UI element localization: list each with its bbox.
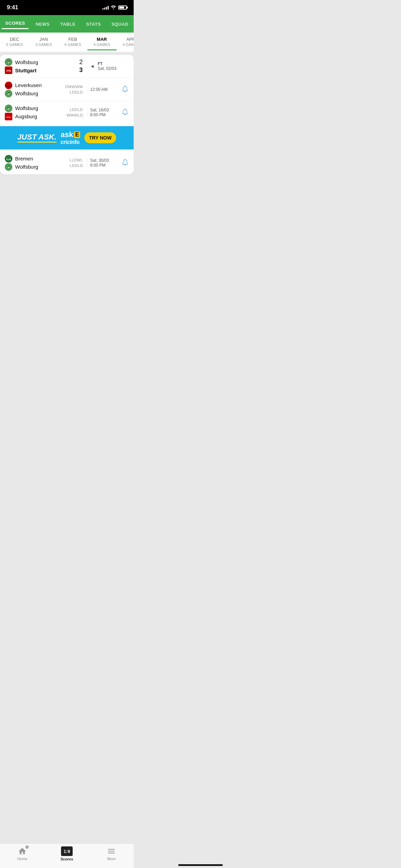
ad-banner[interactable]: JUST ASK. ask E cricinfo TRY NOW: [0, 126, 134, 149]
top-nav: SCORES NEWS TABLE STATS SQUAD: [0, 15, 134, 33]
wolfsburg-name: Wolfsburg: [15, 59, 38, 65]
svg-text:BAY: BAY: [7, 85, 10, 87]
stuttgart-score: 3: [79, 66, 83, 74]
match-row-wolfsburg-stuttgart[interactable]: W Wolfsburg VFB Stuttgart 2 3 ◄ FT: [0, 55, 134, 78]
wolfsburg-score: 2: [79, 58, 83, 66]
match-row-bremen-wolfsburg[interactable]: SVW Bremen W Wolfsburg LLDWL LDDLD Sat,: [0, 152, 134, 174]
svg-text:FCA: FCA: [7, 116, 11, 118]
svg-text:W: W: [8, 93, 10, 95]
match-time-2: 12:00 AM: [90, 87, 108, 92]
nav-stats[interactable]: STATS: [83, 20, 104, 28]
status-icons: [102, 5, 127, 10]
wolfsburg-form-3: LDDLD: [70, 108, 83, 112]
teams-section-2: BAY Leverkusen W Wolfsburg: [5, 82, 65, 97]
month-tab-mar[interactable]: MAR 4 GAMES: [87, 35, 117, 50]
wolfsburg-logo-4: W: [5, 163, 12, 171]
match-row-leverkusen-wolfsburg[interactable]: BAY Leverkusen W Wolfsburg DWWWW LDDLD 1: [0, 78, 134, 101]
nav-table[interactable]: TABLE: [57, 20, 79, 28]
team-line-leverkusen: BAY Leverkusen: [5, 82, 65, 89]
matches-card: W Wolfsburg VFB Stuttgart 2 3 ◄ FT: [0, 55, 134, 174]
team-line-bremen: SVW Bremen: [5, 155, 70, 162]
team-line-wolfsburg: W Wolfsburg: [5, 58, 77, 66]
month-tab-dec[interactable]: DEC 5 GAMES: [0, 35, 29, 50]
leverkusen-form: DWWWW: [65, 85, 83, 89]
bell-icon-match4[interactable]: [121, 158, 129, 167]
teams-section-4: SVW Bremen W Wolfsburg: [5, 155, 70, 171]
wolfsburg-name-4: Wolfsburg: [15, 164, 38, 170]
augsburg-logo: FCA: [5, 113, 12, 120]
match-time-4: 8:00 PM: [90, 163, 106, 168]
wolfsburg-logo: W: [5, 58, 12, 66]
svg-text:VFB: VFB: [6, 70, 11, 72]
svg-text:W: W: [8, 107, 10, 110]
nav-scores[interactable]: SCORES: [2, 19, 28, 29]
teams-section: W Wolfsburg VFB Stuttgart: [5, 58, 77, 74]
svg-text:W: W: [8, 166, 10, 168]
team-line-stuttgart: VFB Stuttgart: [5, 67, 77, 74]
augsburg-form: WWWLD: [66, 113, 83, 117]
stuttgart-name: Stuttgart: [15, 68, 37, 73]
svg-text:W: W: [8, 61, 10, 64]
battery-icon: [118, 5, 127, 10]
empty-area: [0, 174, 134, 346]
ad-just-ask-text: JUST ASK.: [17, 133, 57, 143]
match-info-match1: FT Sat, 02/03: [95, 61, 129, 71]
wolfsburg-logo-2: W: [5, 90, 12, 97]
bell-icon-match2[interactable]: [121, 85, 129, 94]
bremen-name: Bremen: [15, 156, 33, 161]
score-section-match1: 2 3: [77, 58, 85, 74]
month-tab-apr[interactable]: APR 4 GAMES: [117, 35, 134, 50]
match-date: Sat, 02/03: [98, 66, 117, 71]
month-tab-feb[interactable]: FEB 4 GAMES: [58, 35, 87, 50]
match-date-4: Sat, 30/03: [90, 158, 109, 163]
form-section-match2: DWWWW LDDLD: [65, 85, 83, 94]
form-section-match4: LLDWL LDDLD: [70, 158, 83, 168]
nav-news[interactable]: NEWS: [32, 20, 53, 28]
match-time-3: 8:00 PM: [90, 112, 106, 117]
match-row-wolfsburg-augsburg[interactable]: W Wolfsburg FCA Augsburg LDDLD WWWLD Sat: [0, 101, 134, 124]
team-line-wolfsburg-3: W Wolfsburg: [5, 105, 66, 112]
leverkusen-logo: BAY: [5, 82, 12, 89]
bell-icon-match3[interactable]: [121, 108, 129, 117]
wolfsburg-name-3: Wolfsburg: [15, 105, 38, 111]
wifi-icon: [111, 5, 116, 10]
stuttgart-logo: VFB: [5, 67, 12, 74]
match-info-match2: 12:00 AM: [87, 87, 121, 92]
wolfsburg-form-4: LDDLD: [70, 164, 83, 168]
teams-section-3: W Wolfsburg FCA Augsburg: [5, 105, 66, 120]
signal-icon: [102, 5, 109, 10]
status-bar: 9:41: [0, 0, 134, 15]
wolfsburg-name-2: Wolfsburg: [15, 91, 38, 96]
ad-cricinfo-text: cricinfo: [61, 139, 80, 145]
month-tab-jan[interactable]: JAN 3 GAMES: [29, 35, 58, 50]
form-section-match3: LDDLD WWWLD: [66, 108, 83, 117]
leverkusen-name: Leverkusen: [15, 82, 42, 88]
ad-ask-text: ask: [61, 130, 73, 139]
svg-text:SVW: SVW: [6, 158, 11, 160]
ad-try-now-button[interactable]: TRY NOW: [84, 132, 116, 143]
team-line-augsburg: FCA Augsburg: [5, 113, 66, 120]
bremen-form: LLDWL: [70, 158, 83, 162]
match-status: FT: [98, 61, 103, 66]
team-line-wolfsburg-4: W Wolfsburg: [5, 163, 70, 171]
status-time: 9:41: [7, 4, 18, 11]
ad-e-text: E: [74, 131, 80, 138]
arrow-icon: ◄: [90, 63, 95, 69]
nav-squad[interactable]: SQUAD: [108, 20, 132, 28]
match-info-match4: Sat, 30/03 8:00 PM: [87, 158, 121, 168]
bremen-logo: SVW: [5, 155, 12, 162]
wolfsburg-logo-3: W: [5, 105, 12, 112]
ad-brand: ask E cricinfo: [61, 130, 80, 145]
match-date-3: Sat, 16/03: [90, 108, 109, 112]
augsburg-name: Augsburg: [15, 113, 37, 119]
team-line-wolfsburg-2: W Wolfsburg: [5, 90, 65, 97]
month-tabs: DEC 5 GAMES JAN 3 GAMES FEB 4 GAMES MAR …: [0, 33, 134, 52]
wolfsburg-form-2: LDDLD: [70, 90, 83, 94]
match-info-match3: Sat, 16/03 8:00 PM: [87, 108, 121, 117]
